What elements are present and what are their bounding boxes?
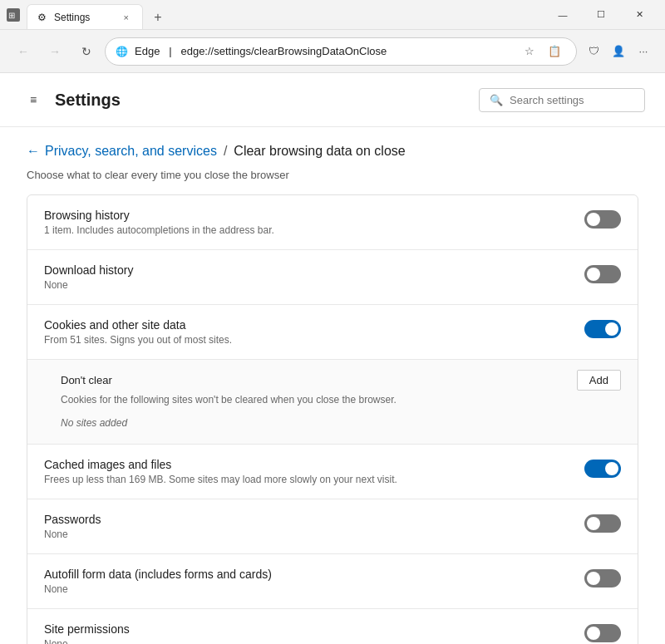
setting-value-download-history: None	[44, 279, 571, 291]
toolbar-extras: 🛡 👤 ···	[582, 40, 655, 63]
tab-favicon: ⚙	[37, 12, 49, 23]
breadcrumb-section: ← Privacy, search, and services / Clear …	[0, 127, 665, 165]
dont-clear-header: Don't clear Add	[61, 370, 621, 391]
search-icon: 🔍	[490, 94, 503, 106]
address-domain: Edge	[135, 45, 160, 57]
toggle-wrap-autofill	[584, 568, 621, 587]
setting-item-passwords: Passwords None	[27, 499, 638, 554]
settings-container: Browsing history 1 item. Includes autoco…	[0, 194, 665, 644]
favorites-icon[interactable]: ☆	[518, 40, 541, 63]
setting-item-download-history: Download history None	[27, 250, 638, 305]
breadcrumb-current-page: Clear browsing data on close	[234, 144, 405, 159]
settings-page-title: Settings	[55, 91, 121, 110]
setting-item-browsing-history: Browsing history 1 item. Includes autoco…	[27, 195, 638, 250]
back-button[interactable]: ←	[10, 38, 37, 65]
setting-info-browsing-history: Browsing history 1 item. Includes autoco…	[44, 209, 584, 236]
setting-desc-cookies: From 51 sites. Signs you out of most sit…	[44, 334, 571, 346]
setting-name-cached-images: Cached images and files	[44, 458, 571, 471]
toggle-wrap-passwords	[584, 513, 621, 533]
settings-page: ≡ Settings 🔍 ← Privacy, search, and serv…	[0, 73, 665, 644]
setting-desc-browsing-history: 1 item. Includes autocompletions in the …	[44, 224, 571, 236]
address-actions: ☆ 📋	[518, 40, 566, 63]
app-icon: ⊞	[7, 8, 20, 22]
setting-item-autofill: Autofill form data (includes forms and c…	[27, 554, 638, 609]
address-text: Edge | edge://settings/clearBrowsingData…	[135, 45, 511, 57]
setting-name-download-history: Download history	[44, 263, 571, 277]
close-button[interactable]: ✕	[620, 0, 658, 30]
minimize-button[interactable]: —	[544, 0, 582, 30]
setting-name-browsing-history: Browsing history	[44, 209, 571, 222]
setting-name-cookies: Cookies and other site data	[44, 318, 571, 332]
tab-strip: ⚙ Settings × +	[27, 0, 537, 29]
setting-info-download-history: Download history None	[44, 263, 584, 291]
toggle-download-history[interactable]	[584, 265, 621, 283]
setting-info-autofill: Autofill form data (includes forms and c…	[44, 568, 584, 595]
address-url: edge://settings/clearBrowsingDataOnClose	[180, 45, 387, 57]
breadcrumb-parent: Privacy, search, and services	[45, 144, 217, 159]
breadcrumb-separator: /	[224, 144, 227, 159]
tab-title: Settings	[54, 12, 116, 23]
toggle-thumb-cookies	[605, 322, 618, 336]
svg-text:⊞: ⊞	[8, 11, 15, 20]
toggle-site-permissions[interactable]	[584, 624, 621, 642]
page-subtitle: Choose what to clear every time you clos…	[0, 165, 665, 194]
address-bar-box[interactable]: 🌐 Edge | edge://settings/clearBrowsingDa…	[105, 37, 577, 66]
setting-value-autofill: None	[44, 583, 571, 595]
settings-search-input[interactable]	[510, 94, 634, 106]
window-controls: — ☐ ✕	[544, 0, 658, 30]
setting-item-site-permissions: Site permissions None	[27, 609, 638, 644]
dont-clear-title: Don't clear	[61, 374, 112, 386]
setting-value-passwords: None	[44, 528, 571, 540]
toggle-wrap-browsing-history	[584, 209, 621, 229]
maximize-button[interactable]: ☐	[582, 0, 620, 30]
toggle-passwords[interactable]	[584, 514, 621, 533]
lock-icon: 🌐	[116, 46, 128, 57]
setting-item-cookies: Cookies and other site data From 51 site…	[27, 305, 638, 360]
toggle-browsing-history[interactable]	[584, 210, 621, 229]
hamburger-button[interactable]: ≡	[20, 86, 47, 113]
setting-item-cached-images: Cached images and files Frees up less th…	[27, 445, 638, 499]
setting-info-passwords: Passwords None	[44, 513, 584, 540]
addressbar: ← → ↻ 🌐 Edge | edge://settings/clearBrow…	[0, 30, 665, 73]
toggle-wrap-cookies	[584, 318, 621, 338]
settings-tab[interactable]: ⚙ Settings ×	[27, 4, 143, 29]
settings-title-row: ≡ Settings	[20, 86, 121, 113]
settings-search-box[interactable]: 🔍	[479, 88, 645, 112]
forward-button[interactable]: →	[42, 38, 68, 65]
collections-icon[interactable]: 📋	[543, 40, 566, 63]
toggle-wrap-site-permissions	[584, 622, 621, 642]
toggle-wrap-cached-images	[584, 458, 621, 478]
toggle-thumb-site-permissions	[587, 627, 600, 640]
setting-info-site-permissions: Site permissions None	[44, 622, 584, 644]
breadcrumb-back-icon: ←	[27, 144, 40, 159]
profile-icon[interactable]: 👤	[607, 40, 630, 63]
toggle-cached-images[interactable]	[584, 460, 621, 478]
toggle-cookies[interactable]	[584, 320, 621, 338]
toggle-wrap-download-history	[584, 263, 621, 283]
settings-header: ≡ Settings 🔍	[0, 73, 665, 127]
new-tab-button[interactable]: +	[146, 6, 170, 29]
setting-value-site-permissions: None	[44, 638, 571, 644]
browser-essentials-icon[interactable]: 🛡	[582, 40, 605, 63]
setting-info-cookies: Cookies and other site data From 51 site…	[44, 318, 584, 346]
toggle-thumb-download-history	[587, 268, 600, 281]
add-site-button[interactable]: Add	[577, 370, 621, 391]
dont-clear-section: Don't clear Add Cookies for the followin…	[27, 360, 638, 445]
toggle-thumb-cached-images	[605, 462, 618, 475]
setting-desc-cached-images: Frees up less than 169 MB. Some sites ma…	[44, 474, 571, 485]
toggle-thumb-autofill	[587, 572, 600, 585]
setting-name-site-permissions: Site permissions	[44, 622, 571, 636]
titlebar: ⊞ ⚙ Settings × + — ☐ ✕	[0, 0, 665, 30]
breadcrumb: ← Privacy, search, and services / Clear …	[27, 144, 638, 159]
no-sites-text: No sites added	[61, 412, 621, 434]
dont-clear-desc: Cookies for the following sites won't be…	[61, 394, 621, 406]
setting-name-autofill: Autofill form data (includes forms and c…	[44, 568, 571, 581]
toggle-thumb-browsing-history	[587, 213, 600, 226]
refresh-button[interactable]: ↻	[73, 38, 100, 65]
setting-name-passwords: Passwords	[44, 513, 571, 526]
breadcrumb-back-link[interactable]: ← Privacy, search, and services	[27, 144, 217, 159]
toggle-autofill[interactable]	[584, 569, 621, 587]
settings-more-button[interactable]: ···	[632, 40, 655, 63]
tab-close-btn[interactable]: ×	[121, 11, 132, 24]
setting-info-cached-images: Cached images and files Frees up less th…	[44, 458, 584, 485]
